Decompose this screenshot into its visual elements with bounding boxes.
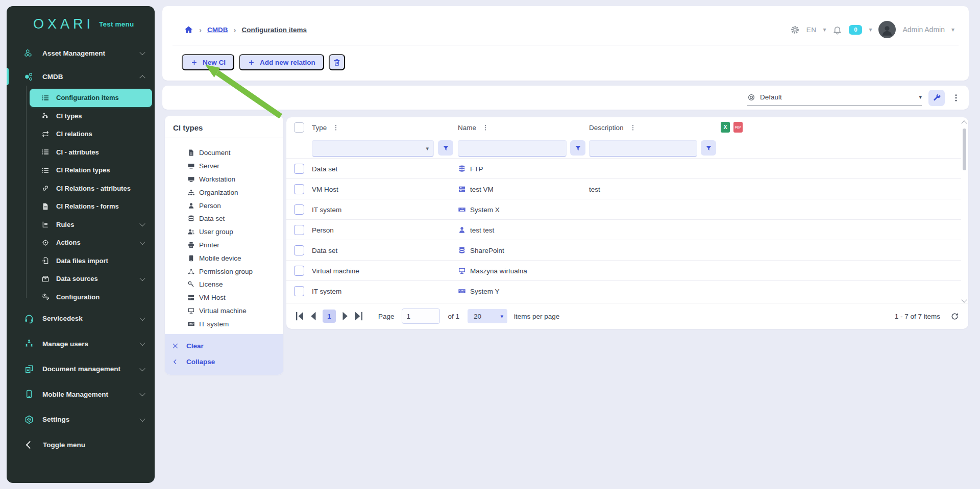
table-row[interactable]: IT system System X — [286, 199, 961, 220]
gear-icon[interactable] — [790, 25, 800, 35]
new-ci-button[interactable]: New CI — [182, 54, 234, 70]
add-relation-button[interactable]: Add new relation — [239, 54, 324, 70]
row-checkbox[interactable] — [294, 184, 304, 194]
page-number-button[interactable]: 1 — [323, 310, 336, 323]
table-row[interactable]: Virtual machine Maszyna wirtualna — [286, 260, 961, 281]
ci-type-item-vm-host[interactable]: VM Host — [187, 291, 280, 304]
prev-page-button[interactable] — [307, 309, 321, 323]
sidebar-item-mobile-management[interactable]: Mobile Management — [7, 382, 155, 407]
page-input[interactable]: 1 — [402, 308, 440, 324]
first-page-button[interactable] — [292, 309, 307, 323]
column-menu-icon[interactable] — [332, 124, 339, 131]
sidebar-item-ci-relation-types[interactable]: CI Relation types — [7, 161, 155, 179]
sidebar-item-configuration-items[interactable]: Configuration items — [30, 89, 152, 107]
sidebar-item-ci-types[interactable]: CI types — [7, 107, 155, 125]
table-row[interactable]: Person test test — [286, 219, 961, 240]
sidebar-item-rules[interactable]: Rules — [7, 216, 155, 234]
pdf-export-icon[interactable]: PDF — [733, 122, 743, 133]
caret-down-icon[interactable]: ▾ — [869, 26, 872, 33]
row-checkbox[interactable] — [294, 266, 304, 276]
sidebar-item-actions[interactable]: Actions — [7, 234, 155, 252]
customize-view-button[interactable] — [928, 90, 945, 106]
ci-type-item-mobile-device[interactable]: Mobile device — [187, 251, 280, 265]
row-checkbox[interactable] — [294, 164, 304, 174]
column-menu-icon[interactable] — [629, 124, 636, 131]
caret-down-icon[interactable]: ▾ — [951, 26, 954, 33]
toggle-menu-button[interactable]: Toggle menu — [7, 432, 155, 457]
sidebar-item-ci-relations-forms[interactable]: CI Relations - forms — [7, 197, 155, 216]
ci-type-item-virtual-machine[interactable]: Virtual machine — [187, 304, 280, 318]
description-filter-input[interactable] — [589, 140, 697, 157]
ci-type-item-person[interactable]: Person — [187, 199, 280, 212]
sidebar-item-data-sources[interactable]: Data sources — [7, 270, 155, 288]
sidebar-item-data-files-import[interactable]: Data files import — [7, 252, 155, 270]
avatar[interactable] — [878, 21, 896, 38]
scrollbar-thumb[interactable] — [963, 128, 966, 170]
breadcrumb-link-cmdb[interactable]: CMDB — [207, 26, 228, 34]
user-name[interactable]: Admin Admin — [902, 25, 944, 34]
users-tree-icon — [24, 339, 34, 349]
ci-row-icon — [458, 205, 466, 214]
ci-type-item-organization[interactable]: Organization — [187, 186, 280, 199]
type-filter-button[interactable] — [438, 140, 453, 156]
select-all-checkbox[interactable] — [294, 122, 304, 133]
row-checkbox[interactable] — [294, 204, 304, 215]
scroll-down-icon[interactable] — [961, 297, 967, 302]
brand-subtitle: Test menu — [99, 20, 134, 28]
ci-type-item-license[interactable]: License — [187, 278, 280, 291]
ci-type-item-permission-group[interactable]: Permission group — [187, 265, 280, 278]
name-filter-input[interactable] — [458, 140, 567, 157]
sidebar-item-ci-attributes[interactable]: CI - attributes — [7, 143, 155, 162]
caret-down-icon[interactable]: ▾ — [426, 145, 429, 152]
breadcrumb-separator: › — [199, 25, 202, 34]
chevron-down-icon — [139, 391, 145, 396]
clear-button[interactable]: Clear — [165, 338, 283, 354]
ci-type-item-printer[interactable]: Printer — [187, 239, 280, 252]
breadcrumb-current[interactable]: Configuration items — [242, 26, 307, 34]
table-row[interactable]: IT system System Y — [286, 280, 961, 301]
scroll-up-icon[interactable] — [961, 120, 967, 126]
ci-type-item-workstation[interactable]: Workstation — [187, 173, 280, 186]
row-checkbox[interactable] — [294, 245, 304, 255]
home-icon[interactable] — [184, 25, 193, 35]
view-select[interactable]: Default ▾ — [747, 93, 922, 106]
bell-icon[interactable] — [832, 25, 842, 35]
table-row[interactable]: Data set FTP — [286, 158, 961, 179]
kebab-menu-icon[interactable] — [951, 93, 961, 102]
page-size-select[interactable]: 20 ▾ — [468, 309, 507, 323]
column-menu-icon[interactable] — [482, 124, 489, 131]
row-checkbox[interactable] — [294, 225, 304, 235]
cell-description: test — [589, 186, 600, 193]
caret-down-icon[interactable]: ▾ — [823, 26, 826, 33]
ci-type-item-user-group[interactable]: User group — [187, 225, 280, 239]
ci-type-item-document[interactable]: Document — [187, 146, 280, 160]
description-filter-button[interactable] — [701, 140, 716, 156]
sidebar-item-settings[interactable]: Settings — [7, 407, 155, 432]
ci-type-item-data-set[interactable]: Data set — [187, 212, 280, 225]
sidebar-item-manage-users[interactable]: Manage users — [7, 331, 155, 357]
table-row[interactable]: Data set SharePoint — [286, 240, 961, 261]
type-filter-input[interactable]: ▾ — [312, 140, 434, 157]
last-page-button[interactable] — [352, 309, 366, 323]
ci-type-item-it-system[interactable]: IT system — [187, 317, 280, 330]
collapse-button[interactable]: Collapse — [165, 354, 283, 370]
breadcrumb-separator: › — [234, 25, 236, 34]
sidebar-item-document-management[interactable]: Document management — [7, 356, 155, 382]
sidebar-item-ci-relations-attributes[interactable]: CI Relations - attributes — [7, 179, 155, 198]
ci-type-item-server[interactable]: Server — [187, 160, 280, 173]
sidebar-item-servicedesk[interactable]: Servicedesk — [7, 306, 155, 331]
sidebar-item-cmdb[interactable]: CMDB — [7, 64, 155, 89]
name-filter-button[interactable] — [570, 140, 585, 156]
refresh-icon[interactable] — [950, 312, 959, 321]
table-row[interactable]: VM Host test VM test — [286, 178, 961, 199]
sidebar-item-asset-management[interactable]: Asset Management — [7, 42, 155, 64]
language-selector[interactable]: EN — [806, 26, 817, 34]
sidebar-item-configuration[interactable]: Configuration — [7, 288, 155, 306]
sidebar-item-ci-relations[interactable]: CI relations — [7, 125, 155, 143]
next-page-button[interactable] — [337, 309, 352, 323]
table-scrollbar[interactable] — [961, 120, 967, 303]
notification-badge[interactable]: 0 — [849, 25, 862, 35]
row-checkbox[interactable] — [294, 286, 304, 296]
excel-export-icon[interactable]: X — [721, 122, 730, 133]
delete-button[interactable] — [329, 54, 345, 70]
